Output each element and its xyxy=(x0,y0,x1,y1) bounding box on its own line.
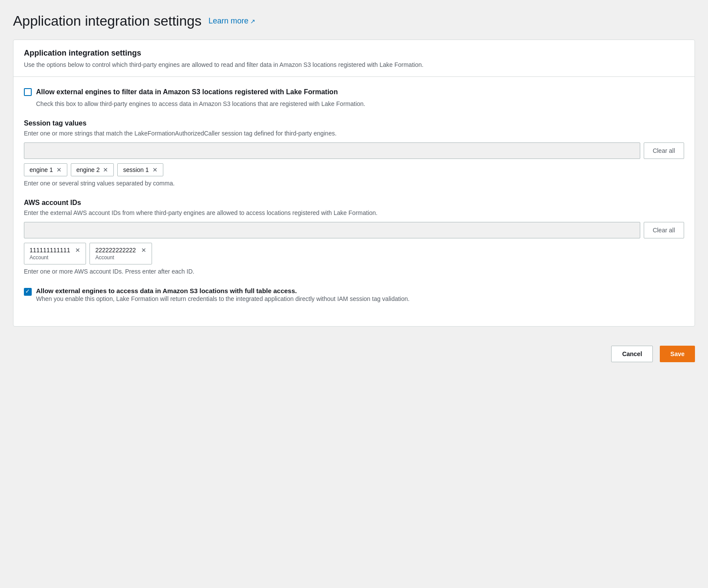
learn-more-label: Learn more xyxy=(208,17,248,26)
list-item: 222222222222 ✕ Account xyxy=(89,243,152,264)
external-engines-checkbox-row: Allow external engines to filter data in… xyxy=(24,87,684,97)
full-table-desc: When you enable this option, Lake Format… xyxy=(36,294,410,304)
aws-account-ids-input[interactable] xyxy=(24,222,640,238)
cancel-button[interactable]: Cancel xyxy=(611,346,653,362)
full-table-checkbox[interactable] xyxy=(24,288,32,296)
settings-card: Application integration settings Use the… xyxy=(13,40,695,327)
external-link-icon: ↗ xyxy=(250,18,255,25)
session-tags-title: Session tag values xyxy=(24,119,684,127)
external-engines-checkbox[interactable] xyxy=(24,88,32,96)
card-header-desc: Use the options below to control which t… xyxy=(24,60,684,69)
learn-more-link[interactable]: Learn more ↗ xyxy=(208,17,255,26)
full-table-label[interactable]: Allow external engines to access data in… xyxy=(36,287,297,294)
account-remove-button[interactable]: ✕ xyxy=(75,247,80,253)
tag-label: session 1 xyxy=(123,166,149,173)
session-tags-desc: Enter one or more strings that match the… xyxy=(24,129,684,138)
account-tag-top: 111111111111 ✕ xyxy=(30,247,80,254)
full-table-text: Allow external engines to access data in… xyxy=(36,287,410,304)
aws-account-ids-input-row: Clear all xyxy=(24,222,684,238)
save-button[interactable]: Save xyxy=(660,346,695,362)
tag-remove-button[interactable]: ✕ xyxy=(152,167,158,173)
session-tags-clear-all-button[interactable]: Clear all xyxy=(644,142,684,159)
account-id: 111111111111 xyxy=(30,247,70,254)
account-id: 222222222222 xyxy=(95,247,136,254)
list-item: 111111111111 ✕ Account xyxy=(24,243,86,264)
full-table-section: Allow external engines to access data in… xyxy=(24,287,684,304)
external-engines-label[interactable]: Allow external engines to filter data in… xyxy=(36,87,338,97)
account-label: Account xyxy=(30,254,80,261)
list-item: engine 1 ✕ xyxy=(24,163,67,176)
page-title: Application integration settings xyxy=(13,13,202,29)
card-body: Allow external engines to filter data in… xyxy=(13,77,695,326)
tag-label: engine 2 xyxy=(76,166,100,173)
session-tags-list: engine 1 ✕ engine 2 ✕ session 1 ✕ xyxy=(24,163,684,176)
account-tag-top: 222222222222 ✕ xyxy=(95,247,146,254)
page-title-row: Application integration settings Learn m… xyxy=(13,13,695,29)
aws-account-ids-section: AWS account IDs Enter the external AWS a… xyxy=(24,199,684,275)
aws-account-ids-desc: Enter the external AWS account IDs from … xyxy=(24,208,684,218)
aws-account-ids-clear-all-button[interactable]: Clear all xyxy=(644,222,684,238)
list-item: session 1 ✕ xyxy=(117,163,163,176)
aws-account-ids-helper: Enter one or more AWS account IDs. Press… xyxy=(24,268,684,275)
external-engines-desc: Check this box to allow third-party engi… xyxy=(36,100,684,107)
session-tags-helper: Enter one or several string values separ… xyxy=(24,180,684,187)
list-item: engine 2 ✕ xyxy=(71,163,114,176)
session-tags-input-row: Clear all xyxy=(24,142,684,159)
aws-account-ids-list: 111111111111 ✕ Account 222222222222 ✕ Ac… xyxy=(24,243,684,264)
card-header-title: Application integration settings xyxy=(24,49,684,58)
page-wrapper: Application integration settings Learn m… xyxy=(0,0,708,327)
session-tags-input[interactable] xyxy=(24,142,640,159)
full-table-checkbox-row: Allow external engines to access data in… xyxy=(24,287,684,304)
external-engines-section: Allow external engines to filter data in… xyxy=(24,87,684,107)
tag-remove-button[interactable]: ✕ xyxy=(103,167,108,173)
account-label: Account xyxy=(95,254,146,261)
aws-account-ids-title: AWS account IDs xyxy=(24,199,684,207)
tag-remove-button[interactable]: ✕ xyxy=(56,167,62,173)
footer: Cancel Save xyxy=(0,335,708,373)
tag-label: engine 1 xyxy=(30,166,53,173)
session-tags-section: Session tag values Enter one or more str… xyxy=(24,119,684,187)
card-header: Application integration settings Use the… xyxy=(13,40,695,77)
account-remove-button[interactable]: ✕ xyxy=(141,247,146,253)
